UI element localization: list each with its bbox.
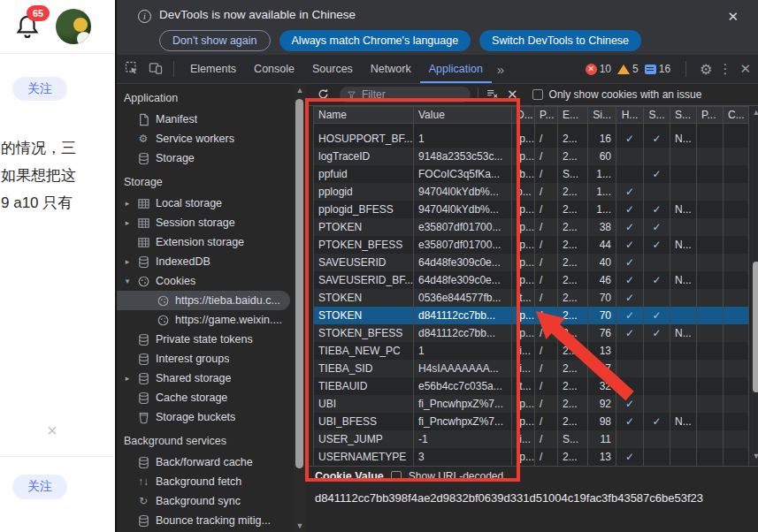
sidebar-section-header: Storage (117, 168, 294, 194)
table-row[interactable]: pplogid94704l0kYdb%...p.../2...1...✓ (313, 183, 749, 201)
sidebar-item-https-tieba-baidu-c[interactable]: https://tieba.baidu.c... (117, 291, 290, 310)
table-row[interactable]: STOKENd841112cc7bb....p.../2...70✓✓ (313, 307, 749, 324)
cell (670, 124, 697, 130)
sidebar-item-background-fetch[interactable]: ↑↓Background fetch (117, 472, 294, 491)
sidebar-item-indexeddb[interactable]: ▸IndexedDB (117, 252, 294, 271)
notifications-bell[interactable]: 65 (14, 12, 44, 44)
scrollbar-thumb[interactable] (753, 262, 758, 392)
dont-show-again-button[interactable]: Don't show again (159, 30, 271, 51)
clear-all-cookies-icon[interactable] (486, 87, 502, 102)
table-row[interactable]: TIEBA_NEW_PC1ti.../2...13 (313, 342, 749, 360)
filter-input[interactable]: Filter (340, 87, 471, 103)
column-header-8[interactable]: S... (670, 107, 697, 123)
settings-gear-icon[interactable]: ⚙ (700, 61, 712, 78)
table-row[interactable]: UBI_BFESSfi_PncwhpxZ%7....p.../2...98✓✓N… (313, 413, 749, 430)
inspect-element-icon[interactable] (125, 61, 141, 77)
tab-elements[interactable]: Elements (181, 55, 245, 83)
column-header-9[interactable]: P... (697, 107, 724, 123)
table-row[interactable]: logTraceID9148a2353c53c....p.../2...60 (313, 148, 749, 165)
scroll-down-icon[interactable]: ▼ (294, 521, 306, 530)
tab-application[interactable]: Application (420, 55, 492, 83)
devtools-close-icon[interactable]: ✕ (739, 61, 751, 77)
tab-sources[interactable]: Sources (303, 55, 362, 83)
follow-button-bottom[interactable]: 关注 (12, 475, 67, 499)
more-tabs-icon[interactable]: » (492, 62, 509, 77)
sidebar-item-session-storage[interactable]: ▸Session storage (117, 213, 294, 232)
table-row[interactable]: SAVEUSERID64d48fe309c0e....p.../2...40✓ (313, 254, 749, 271)
show-url-decoded-checkbox[interactable] (391, 471, 402, 482)
avatar[interactable] (56, 9, 91, 44)
column-header-5[interactable]: Si... (588, 107, 616, 123)
sidebar-item-label: Cookies (156, 275, 195, 287)
table-row[interactable]: USERNAMETYPE3.p.../2...13✓ (313, 448, 749, 466)
sidebar-item-shared-storage[interactable]: ▸Shared storage (117, 369, 294, 388)
delete-selected-icon[interactable]: ✕ (507, 87, 518, 103)
sidebar-item-cache-storage[interactable]: Cache storage (117, 388, 294, 407)
table-row[interactable]: SAVEUSERID_BF...64d48fe309c0e....p.../2.… (313, 271, 749, 289)
sidebar-item-background-sync[interactable]: ↻Background sync (117, 491, 294, 511)
sidebar-item-cookies[interactable]: ▾Cookies (117, 271, 294, 291)
column-header-6[interactable]: H... (616, 107, 644, 123)
column-header-7[interactable]: S... (644, 107, 670, 123)
table-row[interactable]: ppfuidFOCoIC3q5fKa....b.../S...1...✓ (313, 165, 749, 183)
scroll-up-icon[interactable]: ▲ (751, 108, 758, 117)
sidebar-scrollbar[interactable]: ▲ ▼ (294, 84, 306, 532)
tab-console[interactable]: Console (245, 55, 303, 83)
table-scrollbar[interactable]: ▲ ▼ (751, 106, 758, 464)
infobar-close-icon[interactable]: ✕ (727, 9, 739, 25)
sidebar-item-interest-groups[interactable]: Interest groups (117, 349, 294, 369)
warning-counter[interactable]: 5 (617, 63, 639, 75)
chevron-right-icon[interactable]: ▸ (120, 374, 134, 383)
kebab-menu-icon[interactable]: ⋮ (718, 61, 731, 77)
cell: ✓ (616, 183, 644, 201)
column-header-10[interactable]: C... (724, 107, 749, 123)
sidebar-item-storage-buckets[interactable]: Storage buckets (117, 407, 294, 427)
error-counter[interactable]: ✕ 10 (586, 63, 611, 75)
sidebar-item-manifest[interactable]: Manifest (117, 110, 294, 129)
table-row[interactable]: UBIfi_PncwhpxZ%7....p.../2...92✓ (313, 395, 749, 413)
column-header-0[interactable]: Name (313, 107, 414, 123)
column-header-2[interactable]: D... (512, 107, 535, 123)
sidebar-item-storage[interactable]: Storage (117, 148, 294, 168)
sidebar-item-back-forward-cache[interactable]: Back/forward cache (117, 452, 294, 472)
sidebar-item-bounce-tracking-mitig[interactable]: Bounce tracking mitig... (117, 511, 294, 530)
chevron-right-icon[interactable]: ▸ (120, 218, 134, 227)
table-row[interactable]: STOKEN_BFESSd841112cc7bb....p.../2...76✓… (313, 324, 749, 342)
cell: 2... (558, 448, 588, 466)
sidebar-item-private-state-tokens[interactable]: Private state tokens (117, 330, 294, 349)
match-chrome-language-button[interactable]: Always match Chrome's language (279, 30, 471, 51)
cell: ✓ (616, 448, 644, 466)
chevron-right-icon[interactable]: ▸ (120, 199, 134, 208)
scroll-down-icon[interactable]: ▼ (751, 452, 758, 460)
scrollbar-thumb[interactable] (295, 99, 303, 468)
chevron-down-icon[interactable]: ▾ (120, 277, 134, 285)
table-row[interactable]: TIEBAUIDe56b4cc7c035a....t.../2...32 (313, 377, 749, 395)
table-row[interactable]: USER_JUMP-1ti.../S...11 (313, 430, 749, 448)
column-header-3[interactable]: P... (535, 107, 558, 123)
chevron-right-icon[interactable]: ▸ (120, 257, 134, 266)
table-row[interactable]: PTOKEN_BFESSe35807df01700....p.../2...44… (313, 236, 749, 254)
sidebar-item-extension-storage[interactable]: Extension storage (117, 232, 294, 252)
device-toolbar-icon[interactable] (149, 61, 165, 77)
table-row[interactable]: PTOKENe35807df01700....p.../2...38✓✓ (313, 218, 749, 236)
column-header-4[interactable]: E... (558, 107, 588, 123)
switch-to-chinese-button[interactable]: Switch DevTools to Chinese (479, 30, 641, 51)
column-header-1[interactable]: Value (414, 107, 512, 123)
cell: 1 (414, 130, 512, 148)
table-row[interactable]: TIEBA_SIDH4sIAAAAAAA...ti.../2...7 (313, 360, 749, 377)
issues-counter[interactable]: 16 (645, 63, 670, 75)
follow-button-top[interactable]: 关注 (12, 77, 67, 101)
tab-network[interactable]: Network (362, 55, 420, 83)
sidebar-item-local-storage[interactable]: ▸Local storage (117, 194, 294, 213)
scroll-up-icon[interactable]: ▲ (294, 86, 306, 95)
dismiss-icon[interactable]: × (47, 421, 57, 441)
cell (670, 148, 697, 165)
refresh-icon[interactable] (317, 87, 331, 102)
sidebar-item-label: Local storage (156, 197, 222, 209)
table-row[interactable]: pplogid_BFESS94704l0kYdb%....p.../2...1.… (313, 201, 749, 218)
table-row[interactable]: STOKEN0536e844577fb....t.../2...70✓ (313, 289, 749, 307)
sidebar-item-service-workers[interactable]: ⚙Service workers (117, 129, 294, 148)
issue-filter-checkbox[interactable] (532, 89, 543, 100)
table-row[interactable]: HOSUPPORT_BF...1.p.../2...16✓✓N... (313, 130, 749, 148)
sidebar-item-https-game-weixin[interactable]: https://game.weixin.... (117, 310, 294, 330)
